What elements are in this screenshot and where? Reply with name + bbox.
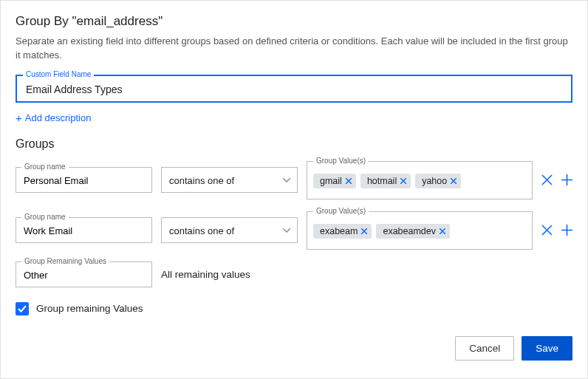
panel-subtitle: Separate an existing field into differen…	[16, 35, 572, 63]
value-chip: yahoo	[415, 174, 461, 188]
group-values-input[interactable]: Group Value(s) gmail hotmail yahoo	[307, 161, 533, 199]
group-remaining-checkbox-label: Group remaining Values	[36, 303, 143, 314]
group-row: Group name contains one of Group Value(s…	[16, 161, 572, 199]
remaining-name-label: Group Remaining Values	[21, 257, 109, 265]
group-name-input[interactable]	[16, 217, 152, 243]
group-remaining-checkbox-row: Group remaining Values	[16, 302, 572, 315]
operator-select[interactable]: contains one of	[161, 217, 298, 243]
group-name-input[interactable]	[16, 167, 152, 193]
remove-row-icon[interactable]	[541, 174, 553, 185]
chip-text: yahoo	[422, 176, 447, 186]
remove-row-icon[interactable]	[541, 225, 553, 236]
group-values-label: Group Value(s)	[313, 207, 369, 215]
add-row-icon[interactable]	[561, 174, 572, 185]
chip-text: exabeamdev	[383, 226, 436, 236]
group-name-wrap: Group name	[16, 167, 152, 193]
value-chip: exabeamdev	[376, 224, 450, 239]
custom-field-name-input[interactable]	[16, 75, 572, 103]
group-row: Group name contains one of Group Value(s…	[16, 211, 572, 250]
chip-remove-icon[interactable]	[361, 228, 367, 234]
operator-select-wrap: contains one of	[161, 167, 298, 193]
chip-remove-icon[interactable]	[400, 178, 406, 184]
group-values-input[interactable]: Group Value(s) exabeam exabeamdev	[307, 211, 533, 250]
footer: Cancel Save	[16, 336, 572, 361]
value-chip: exabeam	[313, 224, 372, 239]
chip-text: gmail	[320, 176, 342, 186]
operator-select-wrap: contains one of	[161, 217, 298, 243]
panel-title: Group By "email_address"	[16, 14, 572, 29]
add-row-icon[interactable]	[561, 225, 572, 236]
remaining-name-wrap: Group Remaining Values	[16, 262, 152, 287]
check-icon	[18, 305, 27, 313]
value-chip: gmail	[313, 174, 356, 188]
remaining-row: Group Remaining Values All remaining val…	[16, 262, 572, 287]
plus-icon: +	[16, 112, 22, 124]
group-name-label: Group name	[21, 163, 69, 171]
remaining-text: All remaining values	[161, 269, 250, 280]
group-remaining-checkbox[interactable]	[16, 302, 29, 315]
chip-text: hotmail	[367, 176, 397, 186]
value-chip: hotmail	[360, 174, 411, 188]
cancel-button[interactable]: Cancel	[455, 336, 514, 361]
group-name-label: Group name	[21, 213, 69, 221]
row-actions	[541, 174, 572, 185]
chip-remove-icon[interactable]	[346, 178, 352, 184]
group-values-label: Group Value(s)	[313, 157, 369, 165]
group-name-wrap: Group name	[16, 217, 152, 243]
chip-remove-icon[interactable]	[440, 228, 445, 234]
group-by-panel: Group By "email_address" Separate an exi…	[0, 0, 588, 379]
custom-field-name-label: Custom Field Name	[23, 70, 94, 78]
row-actions	[541, 225, 572, 236]
save-button[interactable]: Save	[522, 336, 572, 361]
operator-select[interactable]: contains one of	[161, 167, 298, 193]
chip-text: exabeam	[320, 226, 358, 236]
add-description-label: Add description	[25, 112, 92, 123]
remaining-name-input[interactable]	[16, 262, 152, 287]
groups-section-title: Groups	[16, 137, 572, 151]
custom-field-name-wrap: Custom Field Name	[16, 75, 572, 103]
chip-remove-icon[interactable]	[451, 178, 457, 184]
add-description-button[interactable]: + Add description	[16, 112, 91, 124]
